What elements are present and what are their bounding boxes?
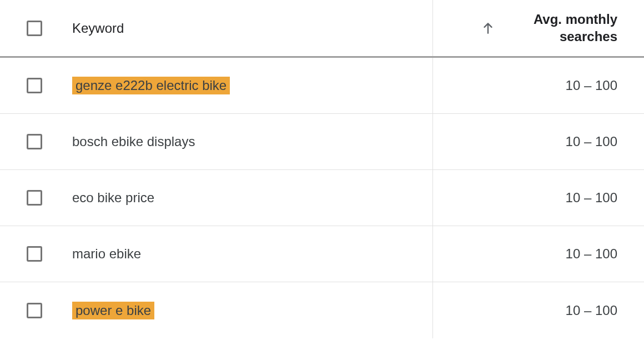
searches-cell: 10 – 100 xyxy=(433,282,644,338)
searches-cell: 10 – 100 xyxy=(433,114,644,169)
keyword-text: genze e222b electric bike xyxy=(72,77,230,94)
table-header-row: Keyword Avg. monthly searches xyxy=(0,0,644,58)
table-row: mario ebike10 – 100 xyxy=(0,226,644,282)
row-checkbox[interactable] xyxy=(27,246,42,262)
searches-cell: 10 – 100 xyxy=(433,58,644,113)
row-checkbox[interactable] xyxy=(27,78,42,93)
select-all-cell xyxy=(27,21,72,36)
searches-value: 10 – 100 xyxy=(566,134,617,149)
searches-value: 10 – 100 xyxy=(566,303,617,318)
column-header-keyword-label: Keyword xyxy=(72,21,124,36)
keyword-cell[interactable]: mario ebike xyxy=(72,226,433,282)
searches-value: 10 – 100 xyxy=(566,190,617,206)
keyword-cell[interactable]: bosch ebike displays xyxy=(72,114,433,169)
searches-value: 10 – 100 xyxy=(566,246,617,262)
row-checkbox-cell xyxy=(27,190,72,206)
select-all-checkbox[interactable] xyxy=(27,21,42,36)
table-row: bosch ebike displays10 – 100 xyxy=(0,114,644,170)
searches-cell: 10 – 100 xyxy=(433,226,644,282)
table-row: eco bike price10 – 100 xyxy=(0,170,644,226)
keyword-table: Keyword Avg. monthly searches genze e222… xyxy=(0,0,644,338)
table-row: genze e222b electric bike10 – 100 xyxy=(0,58,644,114)
keyword-text: eco bike price xyxy=(72,190,154,206)
keyword-text: power e bike xyxy=(72,302,154,319)
column-header-keyword[interactable]: Keyword xyxy=(72,0,433,56)
table-row: power e bike10 – 100 xyxy=(0,282,644,338)
keyword-text: bosch ebike displays xyxy=(72,134,195,149)
searches-value: 10 – 100 xyxy=(566,78,617,93)
row-checkbox-cell xyxy=(27,303,72,318)
row-checkbox-cell xyxy=(27,134,72,149)
searches-cell: 10 – 100 xyxy=(433,170,644,226)
sort-ascending-icon[interactable] xyxy=(480,21,496,36)
keyword-text: mario ebike xyxy=(72,246,141,262)
column-header-searches[interactable]: Avg. monthly searches xyxy=(433,0,644,56)
keyword-cell[interactable]: genze e222b electric bike xyxy=(72,58,433,113)
row-checkbox[interactable] xyxy=(27,303,42,318)
row-checkbox-cell xyxy=(27,246,72,262)
row-checkbox[interactable] xyxy=(27,134,42,149)
keyword-cell[interactable]: power e bike xyxy=(72,282,433,338)
keyword-cell[interactable]: eco bike price xyxy=(72,170,433,226)
column-header-searches-label: Avg. monthly searches xyxy=(534,11,617,45)
row-checkbox[interactable] xyxy=(27,190,42,206)
row-checkbox-cell xyxy=(27,78,72,93)
